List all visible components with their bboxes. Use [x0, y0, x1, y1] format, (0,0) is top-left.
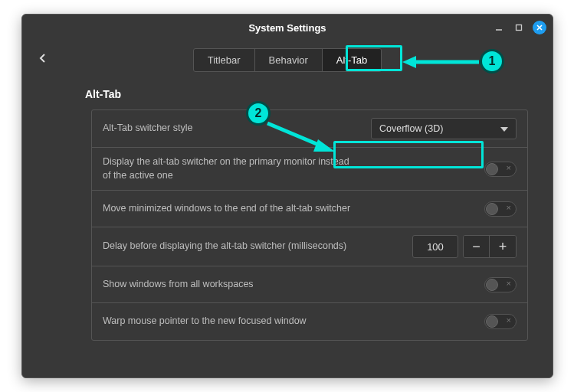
- row-switcher-style: Alt-Tab switcher style Coverflow (3D): [92, 110, 527, 148]
- chevron-left-icon: [38, 53, 48, 64]
- content: Alt-Tab Alt-Tab switcher style Coverflow…: [22, 79, 553, 356]
- close-button[interactable]: [533, 21, 546, 34]
- annotation-badge-2: 2: [246, 101, 271, 126]
- row-warp-mouse: Warp mouse pointer to the new focused wi…: [92, 303, 527, 340]
- toggle-knob: [486, 203, 498, 215]
- toggle-off-icon: ×: [507, 203, 511, 212]
- tab-behavior[interactable]: Behavior: [255, 49, 323, 71]
- tab-titlebar[interactable]: Titlebar: [194, 49, 255, 71]
- select-value: Coverflow (3D): [379, 123, 443, 134]
- settings-window: System Settings Titlebar Behavior Alt-Ta…: [21, 14, 553, 378]
- spinner-delay: − +: [412, 235, 517, 258]
- label-delay: Delay before displaying the alt-tab swit…: [103, 240, 346, 253]
- label-primary-monitor: Display the alt-tab switcher on the prim…: [103, 155, 356, 182]
- toggle-off-icon: ×: [507, 279, 511, 288]
- header-row: Titlebar Behavior Alt-Tab: [22, 41, 553, 79]
- toggle-off-icon: ×: [507, 163, 511, 172]
- toggle-knob: [486, 279, 498, 291]
- label-switcher-style: Alt-Tab switcher style: [103, 122, 192, 136]
- row-minimized-end: Move minimized windows to the end of the…: [92, 191, 527, 227]
- back-button[interactable]: [38, 53, 48, 67]
- window-controls: [493, 15, 546, 41]
- chevron-down-icon: [500, 123, 508, 134]
- label-minimized-end: Move minimized windows to the end of the…: [103, 202, 350, 216]
- annotation-badge-1: 1: [480, 49, 504, 74]
- settings-block: Alt-Tab switcher style Coverflow (3D) Di…: [91, 109, 528, 341]
- toggle-minimized-end[interactable]: ×: [484, 201, 517, 217]
- toggle-off-icon: ×: [507, 315, 511, 325]
- increment-button[interactable]: +: [490, 236, 516, 257]
- tabs: Titlebar Behavior Alt-Tab: [193, 48, 382, 72]
- svg-rect-1: [517, 25, 522, 31]
- minimize-button[interactable]: [493, 21, 505, 34]
- section-title: Alt-Tab: [85, 88, 528, 100]
- window-title: System Settings: [248, 22, 326, 34]
- row-all-workspaces: Show windows from all workspaces ×: [92, 266, 527, 303]
- toggle-warp-mouse[interactable]: ×: [484, 314, 517, 329]
- toggle-primary-monitor[interactable]: ×: [484, 162, 517, 177]
- maximize-button[interactable]: [513, 21, 525, 34]
- input-delay[interactable]: [412, 235, 458, 258]
- toggle-knob: [486, 163, 498, 175]
- label-warp-mouse: Warp mouse pointer to the new focused wi…: [103, 315, 307, 328]
- row-primary-monitor: Display the alt-tab switcher on the prim…: [92, 148, 527, 191]
- select-switcher-style[interactable]: Coverflow (3D): [371, 118, 517, 139]
- row-delay: Delay before displaying the alt-tab swit…: [92, 227, 527, 266]
- toggle-knob: [486, 315, 498, 328]
- svg-marker-4: [500, 127, 508, 132]
- label-all-workspaces: Show windows from all workspaces: [103, 278, 254, 292]
- titlebar: System Settings: [22, 15, 553, 41]
- toggle-all-workspaces[interactable]: ×: [484, 277, 517, 292]
- decrement-button[interactable]: −: [464, 236, 490, 257]
- tab-alt-tab[interactable]: Alt-Tab: [323, 49, 381, 71]
- spin-buttons: − +: [463, 235, 517, 258]
